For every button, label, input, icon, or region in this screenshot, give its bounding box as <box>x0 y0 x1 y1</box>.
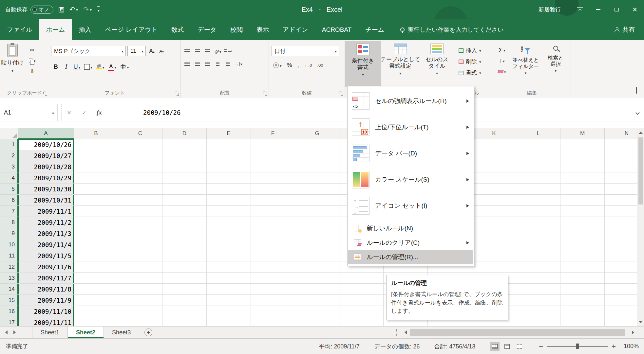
close-button[interactable] <box>626 0 644 19</box>
row-header-10[interactable]: 10 <box>0 239 18 250</box>
phonetic-guide-button[interactable]: 亜 <box>119 61 130 73</box>
cell-E8[interactable] <box>207 217 251 228</box>
cell-C9[interactable] <box>118 228 162 239</box>
page-break-view-button[interactable] <box>515 342 524 351</box>
row-header-3[interactable]: 3 <box>0 161 18 172</box>
cell-M1[interactable] <box>560 139 605 150</box>
cell-B9[interactable] <box>74 228 118 239</box>
zoom-slider-thumb[interactable] <box>576 344 579 349</box>
cell-F8[interactable] <box>251 217 295 228</box>
cell-B15[interactable] <box>74 295 118 306</box>
cell-A14[interactable]: 2009/11/8 <box>18 284 74 295</box>
cell-N14[interactable] <box>605 284 637 295</box>
zoom-percentage[interactable]: 100% <box>620 343 639 350</box>
column-header-M[interactable]: M <box>560 128 605 139</box>
cell-K8[interactable] <box>472 217 516 228</box>
cell-G8[interactable] <box>295 217 339 228</box>
cell-E12[interactable] <box>207 261 251 273</box>
ribbon-display-options-button[interactable] <box>571 0 589 19</box>
cell-F13[interactable] <box>251 273 295 284</box>
cell-M3[interactable] <box>560 161 605 172</box>
cell-F6[interactable] <box>251 195 295 206</box>
row-header-4[interactable]: 4 <box>0 172 18 184</box>
page-layout-view-button[interactable] <box>502 342 512 351</box>
scroll-left-button[interactable] <box>402 327 409 338</box>
cell-N11[interactable] <box>605 250 637 261</box>
copy-button[interactable] <box>24 56 40 65</box>
cell-C15[interactable] <box>118 295 162 306</box>
cell-B13[interactable] <box>74 273 118 284</box>
horizontal-scroll-thumb[interactable] <box>410 329 625 336</box>
comma-style-button[interactable]: , <box>296 60 301 71</box>
tab-表示[interactable]: 表示 <box>250 19 276 40</box>
cell-G5[interactable] <box>295 184 339 195</box>
cell-F3[interactable] <box>251 161 295 172</box>
dialog-launcher-icon[interactable] <box>263 91 267 96</box>
bold-button[interactable]: B <box>51 61 60 73</box>
cell-K5[interactable] <box>472 184 516 195</box>
dialog-launcher-icon[interactable] <box>339 91 343 96</box>
cell-B6[interactable] <box>74 195 118 206</box>
column-header-B[interactable]: B <box>74 128 118 139</box>
zoom-slider[interactable] <box>547 346 608 347</box>
row-header-15[interactable]: 15 <box>0 295 18 306</box>
zoom-out-button[interactable]: − <box>539 343 543 350</box>
font-color-button[interactable] <box>107 61 118 73</box>
center-button[interactable] <box>192 58 202 69</box>
cell-D5[interactable] <box>162 184 207 195</box>
cell-D8[interactable] <box>162 217 207 228</box>
cell-B7[interactable] <box>74 206 118 217</box>
cell-K3[interactable] <box>472 161 516 172</box>
cell-C16[interactable] <box>118 306 162 317</box>
cell-G4[interactable] <box>295 172 339 184</box>
cell-N2[interactable] <box>605 150 637 161</box>
delete-cells-button[interactable]: 削除 <box>457 56 492 67</box>
cell-F16[interactable] <box>251 306 295 317</box>
cell-E1[interactable] <box>207 139 251 150</box>
cell-B8[interactable] <box>74 217 118 228</box>
cell-G10[interactable] <box>295 239 339 250</box>
cell-M8[interactable] <box>560 217 605 228</box>
undo-button[interactable] <box>69 6 78 13</box>
cell-A1[interactable]: 2009/10/26 <box>18 139 74 150</box>
dialog-launcher-icon[interactable] <box>175 91 179 96</box>
cell-N3[interactable] <box>605 161 637 172</box>
sort-filter-button[interactable]: 並べ替えとフィルター <box>510 41 541 87</box>
column-header-G[interactable]: G <box>295 128 339 139</box>
column-header-F[interactable]: F <box>251 128 295 139</box>
cell-N10[interactable] <box>605 239 637 250</box>
cell-A7[interactable]: 2009/11/1 <box>18 206 74 217</box>
row-header-1[interactable]: 1 <box>0 139 18 150</box>
cell-H15[interactable] <box>339 295 384 306</box>
cell-B2[interactable] <box>74 150 118 161</box>
cell-M6[interactable] <box>560 195 605 206</box>
cell-H17[interactable] <box>339 317 384 326</box>
cell-A17[interactable]: 2009/11/11 <box>18 317 74 326</box>
cell-C13[interactable] <box>118 273 162 284</box>
tab-ファイル[interactable]: ファイル <box>0 19 39 40</box>
cell-C11[interactable] <box>118 250 162 261</box>
cell-M2[interactable] <box>560 150 605 161</box>
fill-color-button[interactable] <box>95 61 106 73</box>
cell-D16[interactable] <box>162 306 207 317</box>
vertical-scroll-thumb[interactable] <box>638 137 643 204</box>
cf-menu-command-0[interactable]: 新しいルール(N)... <box>348 221 473 236</box>
cell-L9[interactable] <box>516 228 560 239</box>
cell-C10[interactable] <box>118 239 162 250</box>
row-header-5[interactable]: 5 <box>0 184 18 195</box>
cell-F4[interactable] <box>251 172 295 184</box>
insert-function-button[interactable]: fx <box>92 104 107 121</box>
row-header-12[interactable]: 12 <box>0 261 18 273</box>
align-left-button[interactable] <box>182 58 192 69</box>
cell-N16[interactable] <box>605 306 637 317</box>
increase-indent-button[interactable] <box>223 58 233 69</box>
cell-M11[interactable] <box>560 250 605 261</box>
cell-B3[interactable] <box>74 161 118 172</box>
row-header-17[interactable]: 17 <box>0 317 18 326</box>
cf-menu-item-2[interactable]: データ バー(D) <box>348 140 473 167</box>
sheet-tab-Sheet2[interactable]: Sheet2 <box>68 327 104 338</box>
tab-チーム[interactable]: チーム <box>358 19 391 40</box>
row-header-16[interactable]: 16 <box>0 306 18 317</box>
cell-D13[interactable] <box>162 273 207 284</box>
underline-button[interactable]: U <box>72 61 82 73</box>
